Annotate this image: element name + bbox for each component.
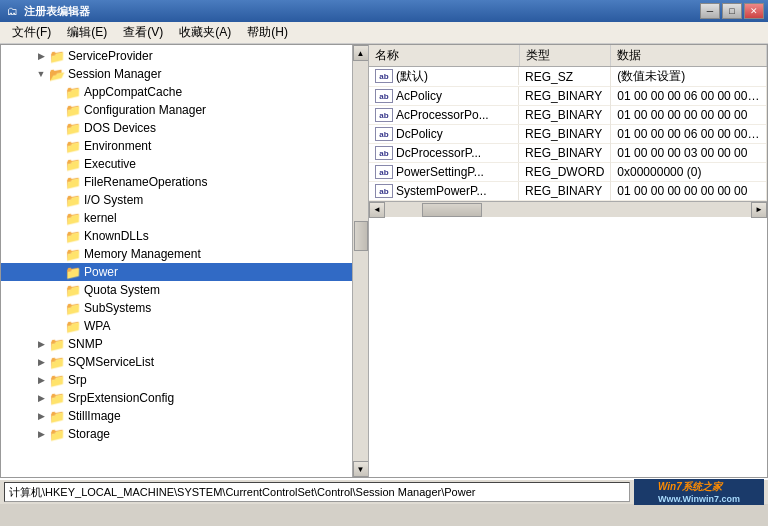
reg-type-icon: ab — [375, 127, 393, 141]
reg-data-cell: 01 00 00 00 00 00 00 00 — [611, 182, 767, 201]
tree-item[interactable]: 📁Configuration Manager — [1, 101, 368, 119]
maximize-button[interactable]: □ — [722, 3, 742, 19]
vertical-scrollbar[interactable]: ▲ ▼ — [352, 45, 368, 477]
expand-icon[interactable]: ▶ — [33, 339, 49, 349]
tree-item[interactable]: 📁Quota System — [1, 281, 368, 299]
folder-icon: 📁 — [65, 247, 81, 261]
reg-data-cell: 01 00 00 00 06 00 00 00 03 — [611, 125, 767, 144]
folder-icon: 📁 — [65, 319, 81, 333]
reg-name-cell: abSystemPowerP... — [369, 182, 519, 200]
tree-item[interactable]: ▼📂Session Manager — [1, 65, 368, 83]
tree-item[interactable]: 📁KnownDLLs — [1, 227, 368, 245]
tree-item[interactable]: 📁WPA — [1, 317, 368, 335]
h-scroll-track[interactable] — [385, 202, 751, 217]
minimize-button[interactable]: ─ — [700, 3, 720, 19]
tree-panel: ▶📁ServiceProvider▼📂Session Manager 📁AppC… — [1, 45, 369, 477]
reg-name: (默认) — [396, 68, 428, 85]
tree-item-label: Executive — [84, 157, 136, 171]
menu-file[interactable]: 文件(F) — [4, 22, 59, 43]
table-row[interactable]: abAcPolicyREG_BINARY01 00 00 00 06 00 00… — [369, 87, 767, 106]
tree-item-label: SubSystems — [84, 301, 151, 315]
tree-item[interactable]: 📁I/O System — [1, 191, 368, 209]
tree-item[interactable]: ▶📁Storage — [1, 425, 368, 443]
expand-icon[interactable]: ▶ — [33, 357, 49, 367]
reg-data-cell: 01 00 00 00 06 00 00 00 03 — [611, 87, 767, 106]
reg-type-cell: REG_BINARY — [519, 182, 611, 201]
menu-favorites[interactable]: 收藏夹(A) — [171, 22, 239, 43]
tree-item[interactable]: 📁Power — [1, 263, 368, 281]
tree-item-label: Configuration Manager — [84, 103, 206, 117]
tree-item[interactable]: 📁Executive — [1, 155, 368, 173]
table-row[interactable]: ab(默认)REG_SZ(数值未设置) — [369, 67, 767, 87]
tree-item-label: Environment — [84, 139, 151, 153]
reg-type-icon: ab — [375, 89, 393, 103]
tree-item[interactable]: ▶📁StillImage — [1, 407, 368, 425]
reg-name-cell: abDcPolicy — [369, 125, 519, 143]
reg-name: PowerSettingP... — [396, 165, 484, 179]
reg-name-cell: abAcProcessorPo... — [369, 106, 519, 124]
scroll-thumb[interactable] — [354, 221, 368, 251]
folder-icon: 📁 — [49, 337, 65, 351]
reg-data-cell: 01 00 00 00 03 00 00 00 — [611, 144, 767, 163]
menu-bar: 文件(F) 编辑(E) 查看(V) 收藏夹(A) 帮助(H) — [0, 22, 768, 44]
tree-item-label: I/O System — [84, 193, 143, 207]
tree-item-label: Memory Management — [84, 247, 201, 261]
expand-icon[interactable]: ▶ — [33, 51, 49, 61]
logo-line1: Win7系统之家 — [658, 480, 740, 494]
folder-icon: 📁 — [65, 265, 81, 279]
tree-item[interactable]: ▶📁SQMServiceList — [1, 353, 368, 371]
expand-icon[interactable]: ▶ — [33, 411, 49, 421]
tree-item-label: kernel — [84, 211, 117, 225]
folder-icon: 📁 — [65, 193, 81, 207]
expand-icon[interactable]: ▶ — [33, 375, 49, 385]
tree-item[interactable]: ▶📁SrpExtensionConfig — [1, 389, 368, 407]
tree-item[interactable]: 📁Memory Management — [1, 245, 368, 263]
close-button[interactable]: ✕ — [744, 3, 764, 19]
tree-item-label: SrpExtensionConfig — [68, 391, 174, 405]
table-row[interactable]: abAcProcessorPo...REG_BINARY01 00 00 00 … — [369, 106, 767, 125]
table-row[interactable]: abDcProcessorP...REG_BINARY01 00 00 00 0… — [369, 144, 767, 163]
registry-table: 名称 类型 数据 ab(默认)REG_SZ(数值未设置)abAcPolicyRE… — [369, 45, 767, 201]
tree-item-label: Session Manager — [68, 67, 161, 81]
reg-type-cell: REG_DWORD — [519, 163, 611, 182]
table-row[interactable]: abSystemPowerP...REG_BINARY01 00 00 00 0… — [369, 182, 767, 201]
tree-item[interactable]: 📁DOS Devices — [1, 119, 368, 137]
tree-item[interactable]: ▶📁SNMP — [1, 335, 368, 353]
reg-name: SystemPowerP... — [396, 184, 486, 198]
menu-help[interactable]: 帮助(H) — [239, 22, 296, 43]
menu-edit[interactable]: 编辑(E) — [59, 22, 115, 43]
registry-path: 计算机\HKEY_LOCAL_MACHINE\SYSTEM\CurrentCon… — [4, 482, 630, 502]
scroll-up-button[interactable]: ▲ — [353, 45, 369, 61]
expand-icon[interactable]: ▼ — [33, 69, 49, 79]
status-bar: 计算机\HKEY_LOCAL_MACHINE\SYSTEM\CurrentCon… — [0, 478, 768, 504]
menu-view[interactable]: 查看(V) — [115, 22, 171, 43]
scroll-left-button[interactable]: ◄ — [369, 202, 385, 218]
expand-icon[interactable]: ▶ — [33, 429, 49, 439]
folder-icon: 📁 — [65, 139, 81, 153]
main-container: ▶📁ServiceProvider▼📂Session Manager 📁AppC… — [0, 44, 768, 478]
tree-item[interactable]: ▶📁ServiceProvider — [1, 47, 368, 65]
tree-item-label: ServiceProvider — [68, 49, 153, 63]
reg-data-cell: (数值未设置) — [611, 67, 767, 87]
table-row[interactable]: abDcPolicyREG_BINARY01 00 00 00 06 00 00… — [369, 125, 767, 144]
folder-icon: 📁 — [65, 121, 81, 135]
h-scroll-thumb[interactable] — [422, 203, 482, 217]
tree-item[interactable]: 📁FileRenameOperations — [1, 173, 368, 191]
tree-item-label: StillImage — [68, 409, 121, 423]
brand-logo: Win7系统之家 Www.Winwin7.com — [634, 479, 764, 505]
expand-icon[interactable]: ▶ — [33, 393, 49, 403]
folder-icon: 📁 — [49, 355, 65, 369]
title-bar: 🗂 注册表编辑器 ─ □ ✕ — [0, 0, 768, 22]
tree-item[interactable]: 📁SubSystems — [1, 299, 368, 317]
tree-item[interactable]: 📁Environment — [1, 137, 368, 155]
table-row[interactable]: abPowerSettingP...REG_DWORD0x00000000 (0… — [369, 163, 767, 182]
scroll-down-button[interactable]: ▼ — [353, 461, 369, 477]
scroll-track[interactable] — [353, 61, 368, 461]
tree-item-label: DOS Devices — [84, 121, 156, 135]
scroll-right-button[interactable]: ► — [751, 202, 767, 218]
tree-item[interactable]: 📁kernel — [1, 209, 368, 227]
reg-name-cell: abDcProcessorP... — [369, 144, 519, 162]
horizontal-scrollbar[interactable]: ◄ ► — [369, 201, 767, 217]
tree-item[interactable]: 📁AppCompatCache — [1, 83, 368, 101]
tree-item[interactable]: ▶📁Srp — [1, 371, 368, 389]
